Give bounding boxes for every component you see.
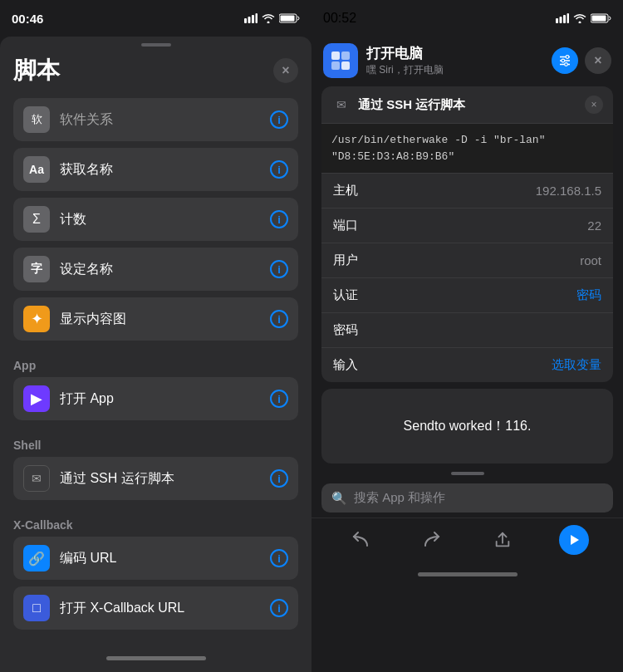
- shortcut-app-icon: [323, 43, 358, 78]
- list-item-count[interactable]: Σ 计数 i: [13, 198, 298, 241]
- left-home-indicator: [106, 656, 206, 660]
- panel-title: 脚本: [13, 55, 60, 86]
- shortcut-close-button[interactable]: ×: [585, 47, 611, 74]
- bottom-toolbar: [312, 517, 623, 562]
- config-row-port[interactable]: 端口 22: [321, 208, 613, 243]
- list-item-partial[interactable]: 软 软件关系 i: [13, 98, 298, 141]
- share-button[interactable]: [488, 525, 518, 555]
- config-row-input[interactable]: 输入 选取变量: [321, 347, 613, 382]
- config-value-host: 192.168.1.5: [536, 184, 601, 198]
- output-box: Sendto worked！116.: [321, 389, 613, 464]
- open-xcallback-label: 打开 X-Callback URL: [60, 600, 270, 617]
- info-icon-set-name[interactable]: i: [270, 260, 288, 278]
- config-value-input: 选取变量: [552, 357, 601, 373]
- info-icon-count[interactable]: i: [270, 210, 288, 228]
- right-time: 00:52: [323, 11, 356, 26]
- redo-icon: [422, 530, 442, 550]
- battery-icon: [279, 13, 300, 23]
- set-name-icon: 字: [23, 256, 50, 282]
- list-item-open-xcallback[interactable]: □ 打开 X-Callback URL i: [13, 586, 298, 630]
- close-icon: ×: [282, 63, 289, 78]
- left-panel: 00:46 脚本 ×: [0, 0, 312, 672]
- svg-rect-6: [556, 18, 558, 23]
- settings-button[interactable]: [552, 47, 578, 74]
- action-ssh-icon: ✉: [331, 95, 351, 115]
- ssh-icon: ✉: [23, 465, 50, 492]
- config-row-password[interactable]: 密码: [321, 312, 613, 347]
- show-content-icon: ✦: [23, 306, 50, 332]
- list-item-ssh-script[interactable]: ✉ 通过 SSH 运行脚本 i: [13, 457, 298, 500]
- undo-button[interactable]: [346, 525, 375, 555]
- shortcut-info: 打开电脑 嘿 Siri，打开电脑: [366, 44, 543, 77]
- info-icon-open-app[interactable]: i: [270, 390, 288, 408]
- info-icon-partial[interactable]: i: [270, 110, 288, 129]
- config-label-host: 主机: [333, 183, 358, 199]
- search-bar[interactable]: 🔍 搜索 App 和操作: [321, 483, 613, 513]
- redo-button[interactable]: [417, 525, 447, 555]
- count-icon: Σ: [23, 206, 50, 233]
- right-home-indicator: [418, 572, 518, 576]
- left-scroll-area[interactable]: 软 软件关系 i Aa 获取名称 i Σ 计数 i 字 设定名称 i ✦ 显示内…: [0, 95, 312, 644]
- shortcut-sub: 嘿 Siri，打开电脑: [366, 63, 543, 77]
- get-name-label: 获取名称: [60, 161, 270, 179]
- divider-handle: [312, 468, 623, 478]
- section-label-xcallback: X-Callback: [13, 507, 298, 537]
- divider-pill: [451, 472, 484, 475]
- info-icon-get-name[interactable]: i: [270, 160, 288, 179]
- svg-marker-22: [571, 535, 579, 545]
- undo-icon: [351, 530, 370, 550]
- config-row-auth[interactable]: 认证 密码: [321, 277, 613, 312]
- play-button[interactable]: [559, 525, 589, 555]
- svg-rect-3: [256, 13, 258, 23]
- right-battery-icon: [591, 13, 611, 23]
- info-icon-open-xcallback[interactable]: i: [270, 599, 288, 617]
- shortcuts-icon: [330, 50, 351, 71]
- open-app-icon: ▶: [23, 385, 50, 412]
- search-input-placeholder[interactable]: 搜索 App 和操作: [354, 490, 603, 506]
- output-text: Sendto worked！116.: [404, 418, 532, 435]
- list-item-set-name[interactable]: 字 设定名称 i: [13, 248, 298, 291]
- action-close-button[interactable]: ×: [585, 96, 603, 114]
- count-label: 计数: [60, 211, 270, 228]
- panel-close-button[interactable]: ×: [273, 58, 298, 83]
- list-item-show-content[interactable]: ✦ 显示内容图 i: [13, 297, 298, 341]
- config-label-auth: 认证: [333, 287, 358, 303]
- info-icon-show-content[interactable]: i: [270, 310, 288, 328]
- partial-label: 软件关系: [60, 111, 270, 129]
- left-time: 00:46: [12, 12, 43, 26]
- open-app-label: 打开 App: [60, 390, 270, 408]
- config-label-password: 密码: [333, 322, 358, 338]
- config-value-user: root: [580, 253, 601, 267]
- code-line-2: "D8:5E:D3:A8:B9:B6": [331, 149, 603, 165]
- show-content-label: 显示内容图: [60, 311, 270, 328]
- right-bottom-bar: [312, 562, 623, 586]
- right-signal-icon: [556, 13, 569, 23]
- config-label-port: 端口: [333, 218, 358, 233]
- share-icon: [493, 531, 512, 549]
- svg-rect-0: [244, 18, 247, 23]
- shortcut-close-icon: ×: [594, 53, 601, 68]
- action-title: 通过 SSH 运行脚本: [358, 97, 578, 113]
- config-value-auth: 密码: [576, 287, 601, 303]
- set-name-label: 设定名称: [60, 261, 270, 278]
- svg-rect-2: [252, 15, 254, 23]
- right-wifi-icon: [573, 13, 586, 23]
- svg-rect-7: [560, 17, 562, 23]
- list-item-encode-url[interactable]: 🔗 编码 URL i: [13, 537, 298, 580]
- drag-handle[interactable]: [141, 43, 171, 47]
- config-row-user[interactable]: 用户 root: [321, 243, 613, 277]
- list-item-get-name[interactable]: Aa 获取名称 i: [13, 148, 298, 191]
- sliders-icon: [557, 53, 572, 68]
- code-block: /usr/bin/etherwake -D -i "br-lan" "D8:5E…: [321, 124, 613, 173]
- list-item-open-app[interactable]: ▶ 打开 App i: [13, 377, 298, 420]
- partial-icon: 软: [23, 106, 50, 133]
- config-row-host[interactable]: 主机 192.168.1.5: [321, 173, 613, 208]
- info-icon-encode-url[interactable]: i: [270, 549, 288, 567]
- play-icon: [567, 533, 581, 547]
- svg-rect-9: [567, 13, 570, 23]
- info-icon-ssh[interactable]: i: [270, 469, 288, 488]
- svg-rect-14: [331, 61, 340, 70]
- panel-header: 脚本 ×: [0, 37, 312, 95]
- code-line-1: /usr/bin/etherwake -D -i "br-lan": [331, 132, 603, 149]
- svg-rect-8: [563, 15, 566, 23]
